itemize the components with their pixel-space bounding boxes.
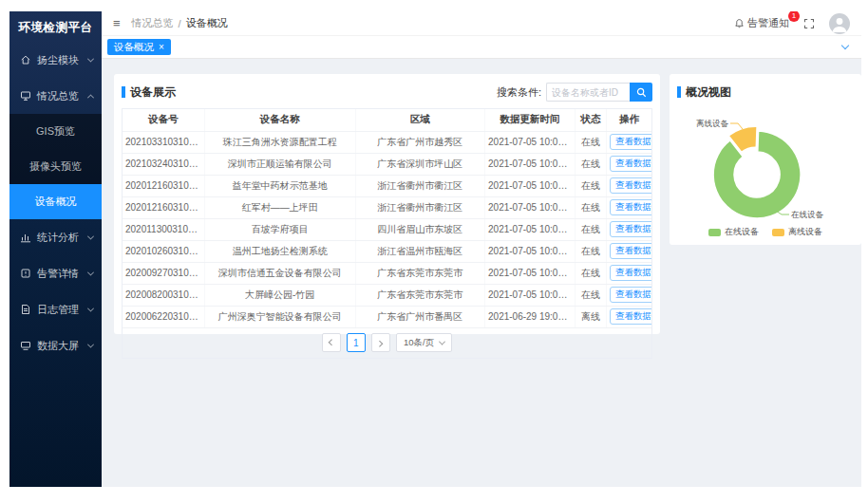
sidebar-item-label: 日志管理 xyxy=(37,303,88,317)
chevron-down-icon xyxy=(87,269,94,275)
breadcrumb-current: 设备概况 xyxy=(186,16,228,30)
region-cell: 浙江省衢州市衢江区 xyxy=(355,196,484,218)
column-header: 数据更新时间 xyxy=(485,109,576,131)
breadcrumb-section[interactable]: 情况总览 xyxy=(132,16,174,30)
sidebar-item[interactable]: 日志管理 xyxy=(9,291,102,327)
app-title: 环境检测平台 xyxy=(9,11,102,42)
page-size-value: 10条/页 xyxy=(404,337,434,349)
breadcrumb-separator: / xyxy=(179,18,181,29)
prev-page-button[interactable] xyxy=(322,333,341,352)
user-icon xyxy=(829,13,850,34)
status-cell: 在线 xyxy=(575,153,606,175)
file-icon xyxy=(20,304,31,315)
device-id-cell: 2021033103100001 xyxy=(123,131,204,153)
alarm-notice-label: 告警通知 xyxy=(747,16,789,30)
next-page-button[interactable] xyxy=(371,333,390,352)
user-avatar[interactable] xyxy=(829,13,850,34)
updated-time-cell: 2021-07-05 10:08:00 xyxy=(485,175,576,196)
tab-device-overview[interactable]: 设备概况 × xyxy=(107,39,171,55)
search-bar: 搜索条件: xyxy=(497,83,652,102)
column-header: 操作 xyxy=(607,109,651,131)
view-data-button[interactable]: 查看数据 xyxy=(610,287,651,303)
updated-time-cell: 2021-07-05 10:07:57 xyxy=(485,284,576,306)
chevron-down-icon xyxy=(87,55,94,62)
tab-label: 设备概况 xyxy=(114,41,154,54)
action-cell: 查看数据 xyxy=(607,284,651,306)
notice-badge: 1 xyxy=(788,11,800,22)
status-cell: 在线 xyxy=(575,175,606,196)
device-panel-title: 设备展示 xyxy=(130,84,176,101)
sidebar-submenu: GIS预览摄像头预览设备概况 xyxy=(9,114,102,219)
sidebar-item[interactable]: 告警详情 xyxy=(9,255,102,291)
tabbar-chevron-down-icon[interactable] xyxy=(841,42,849,49)
view-data-button[interactable]: 查看数据 xyxy=(610,134,651,150)
device-name-cell: 红军村——上坪田 xyxy=(204,196,355,218)
menu-collapse-icon[interactable]: ≡ xyxy=(113,17,121,29)
chevron-up-icon xyxy=(87,94,94,101)
legend-item-online[interactable]: 在线设备 xyxy=(708,226,759,238)
screen-icon xyxy=(20,340,31,351)
sidebar-subitem[interactable]: GIS预览 xyxy=(9,114,102,149)
status-cell: 离线 xyxy=(575,306,606,327)
device-name-cell: 珠江三角洲水资源配置工程 xyxy=(204,131,355,153)
view-data-button[interactable]: 查看数据 xyxy=(610,199,651,215)
column-header: 设备名称 xyxy=(204,109,355,131)
region-cell: 广东省东莞市东莞市 xyxy=(355,262,484,284)
device-id-cell: 2021032403100001 xyxy=(123,153,204,175)
device-id-cell: 2020062203100008 xyxy=(123,306,204,327)
search-input[interactable] xyxy=(546,83,630,102)
sidebar-item[interactable]: 扬尘模块 xyxy=(9,42,102,78)
view-data-button[interactable]: 查看数据 xyxy=(610,265,651,281)
table-row: 2020102603100006温州工地扬尘检测系统浙江省温州市瓯海区2021-… xyxy=(123,240,651,262)
sidebar-item[interactable]: 情况总览 xyxy=(9,78,102,114)
fullscreen-icon[interactable] xyxy=(803,18,815,29)
chart-legend: 在线设备 离线设备 xyxy=(677,226,854,238)
action-cell: 查看数据 xyxy=(607,306,651,327)
sidebar-item-label: 扬尘模块 xyxy=(37,53,88,67)
app-frame: 环境检测平台 扬尘模块情况总览GIS预览摄像头预览设备概况统计分析告警详情日志管… xyxy=(9,11,861,487)
sidebar-item[interactable]: 统计分析 xyxy=(9,219,102,255)
device-name-cell: 深圳市正顺运输有限公司 xyxy=(204,153,355,175)
region-cell: 广东省广州市番禺区 xyxy=(355,306,484,327)
updated-time-cell: 2021-07-05 10:07:54 xyxy=(485,131,576,153)
monitor-icon xyxy=(20,90,31,102)
updated-time-cell: 2021-07-05 10:07:56 xyxy=(485,262,576,284)
sidebar: 环境检测平台 扬尘模块情况总览GIS预览摄像头预览设备概况统计分析告警详情日志管… xyxy=(9,11,102,487)
online-slice-label: 在线设备 xyxy=(791,210,824,219)
search-button[interactable] xyxy=(630,83,652,102)
device-name-cell: 益年堂中药材示范基地 xyxy=(204,175,355,196)
sidebar-subitem[interactable]: 设备概况 xyxy=(9,184,102,219)
view-data-button[interactable]: 查看数据 xyxy=(610,221,651,237)
title-marker xyxy=(677,86,681,98)
page-size-select[interactable]: 10条/页 xyxy=(396,333,452,352)
legend-item-offline[interactable]: 离线设备 xyxy=(772,226,822,238)
view-data-button[interactable]: 查看数据 xyxy=(610,243,651,259)
view-data-button[interactable]: 查看数据 xyxy=(610,156,651,172)
region-cell: 浙江省衢州市衢江区 xyxy=(355,175,484,196)
updated-time-cell: 2021-07-05 10:08:45 xyxy=(485,153,576,175)
sidebar-item[interactable]: 数据大屏 xyxy=(9,327,102,363)
region-cell: 广东省深圳市坪山区 xyxy=(355,153,484,175)
view-data-button[interactable]: 查看数据 xyxy=(610,308,651,325)
sidebar-subitem[interactable]: 摄像头预览 xyxy=(9,149,102,184)
device-id-cell: 2020092703100001 xyxy=(123,262,204,284)
alarm-notice-button[interactable]: 告警通知 1 xyxy=(734,16,789,30)
close-icon[interactable]: × xyxy=(159,43,164,52)
tab-bar: 设备概况 × xyxy=(102,36,861,59)
action-cell: 查看数据 xyxy=(607,175,651,196)
region-cell: 广东省广州市越秀区 xyxy=(355,131,484,153)
title-marker xyxy=(122,86,125,98)
chevron-down-icon xyxy=(439,338,445,345)
device-status-donut-chart[interactable]: 离线设备 在线设备 xyxy=(677,104,854,222)
chevron-left-icon xyxy=(329,339,335,345)
offline-legend-swatch xyxy=(772,229,784,236)
chevron-right-icon xyxy=(377,340,384,346)
page-number[interactable]: 1 xyxy=(347,333,366,352)
sidebar-item-label: 情况总览 xyxy=(37,89,88,103)
view-data-button[interactable]: 查看数据 xyxy=(610,177,651,194)
table-row: 2020092703100001深圳市信通五金设备有限公司广东省东莞市东莞市20… xyxy=(123,262,651,284)
pagination: 1 10条/页 xyxy=(123,328,651,358)
device-table-container: 设备号设备名称区域数据更新时间状态操作 2021033103100001珠江三角… xyxy=(122,108,652,359)
device-id-cell: 2020082003102004 xyxy=(123,284,204,306)
device-panel: 设备展示 搜索条件: 设备号设备名称区域数据更新时间状态操作 202103310… xyxy=(114,74,660,334)
